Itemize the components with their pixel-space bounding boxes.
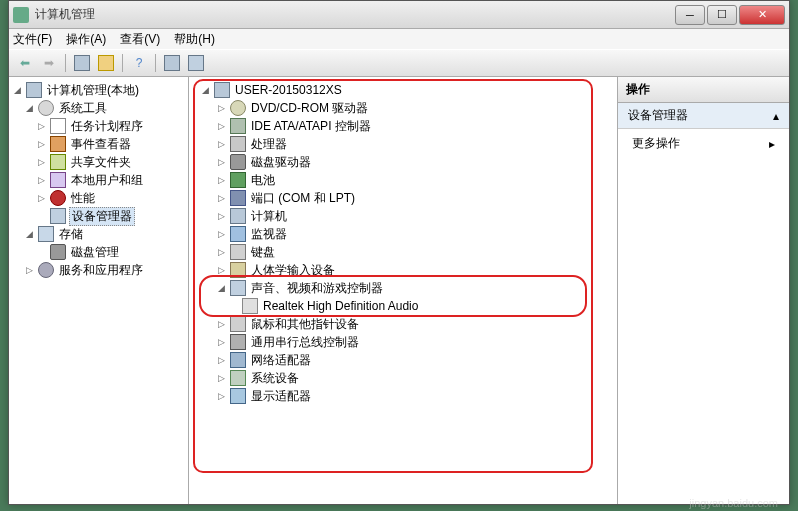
left-tree-panel: ◢ 计算机管理(本地) ◢ 系统工具 ▷ 任务计划程序 ▷ 事件查看器 [9,77,189,504]
dev-system[interactable]: ▷ 系统设备 [191,369,615,387]
speaker-icon [242,298,258,314]
expander-icon[interactable]: ▷ [215,102,227,114]
dev-usb[interactable]: ▷ 通用串行总线控制器 [191,333,615,351]
forward-button[interactable]: ➡ [39,53,59,73]
tree-event-viewer[interactable]: ▷ 事件查看器 [11,135,186,153]
window-title: 计算机管理 [35,6,675,23]
tree-storage[interactable]: ◢ 存储 [11,225,186,243]
expander-icon[interactable]: ▷ [215,210,227,222]
actions-more[interactable]: 更多操作 ▸ [618,129,789,158]
menu-view[interactable]: 查看(V) [120,31,160,48]
tree-local-users[interactable]: ▷ 本地用户和组 [11,171,186,189]
system-icon [230,370,246,386]
tree-shared-folders[interactable]: ▷ 共享文件夹 [11,153,186,171]
tree-task-scheduler[interactable]: ▷ 任务计划程序 [11,117,186,135]
expander-icon[interactable]: ▷ [35,138,47,150]
titlebar: 计算机管理 ─ ☐ ✕ [9,1,789,29]
tree-services[interactable]: ▷ 服务和应用程序 [11,261,186,279]
main-window: 计算机管理 ─ ☐ ✕ 文件(F) 操作(A) 查看(V) 帮助(H) ⬅ ➡ … [8,0,790,505]
actions-header: 操作 [618,77,789,103]
port-icon [230,190,246,206]
tree-device-manager[interactable]: 设备管理器 [11,207,186,225]
expander-icon[interactable]: ▷ [23,264,35,276]
dev-computer[interactable]: ▷ 计算机 [191,207,615,225]
separator [65,54,66,72]
storage-icon [38,226,54,242]
tree-root[interactable]: ◢ 计算机管理(本地) [11,81,186,99]
expander-icon[interactable]: ▷ [215,372,227,384]
expander-icon[interactable]: ▷ [215,228,227,240]
expander-icon[interactable]: ▷ [35,192,47,204]
minimize-button[interactable]: ─ [675,5,705,25]
separator [155,54,156,72]
dev-sound[interactable]: ◢ 声音、视频和游戏控制器 [191,279,615,297]
expander-icon[interactable]: ◢ [23,228,35,240]
expander-icon[interactable]: ▷ [35,120,47,132]
tree-performance[interactable]: ▷ 性能 [11,189,186,207]
battery-icon [230,172,246,188]
device-tree-panel: ◢ USER-20150312XS ▷ DVD/CD-ROM 驱动器 ▷ IDE… [189,77,617,504]
devmgr-icon [50,208,66,224]
menu-help[interactable]: 帮助(H) [174,31,215,48]
performance-icon [50,190,66,206]
scheduler-icon [50,118,66,134]
refresh-button[interactable] [186,53,206,73]
dev-network[interactable]: ▷ 网络适配器 [191,351,615,369]
disk-icon [230,154,246,170]
content-area: ◢ 计算机管理(本地) ◢ 系统工具 ▷ 任务计划程序 ▷ 事件查看器 [9,77,789,504]
dev-dvd[interactable]: ▷ DVD/CD-ROM 驱动器 [191,99,615,117]
expander-icon[interactable]: ◢ [23,102,35,114]
dev-ports[interactable]: ▷ 端口 (COM 和 LPT) [191,189,615,207]
display-icon [230,388,246,404]
computer-icon [214,82,230,98]
expander-icon[interactable]: ▷ [215,138,227,150]
collapse-icon[interactable]: ▴ [773,109,779,123]
dvd-icon [230,100,246,116]
tree-system-tools[interactable]: ◢ 系统工具 [11,99,186,117]
close-button[interactable]: ✕ [739,5,785,25]
show-hide-button[interactable] [72,53,92,73]
expander-icon[interactable]: ▷ [215,156,227,168]
dev-monitor[interactable]: ▷ 监视器 [191,225,615,243]
ide-icon [230,118,246,134]
dev-keyboard[interactable]: ▷ 键盘 [191,243,615,261]
network-icon [230,352,246,368]
dev-mouse[interactable]: ▷ 鼠标和其他指针设备 [191,315,615,333]
dev-hid[interactable]: ▷ 人体学输入设备 [191,261,615,279]
menu-file[interactable]: 文件(F) [13,31,52,48]
tree-disk-mgmt[interactable]: 磁盘管理 [11,243,186,261]
back-button[interactable]: ⬅ [15,53,35,73]
dev-sound-device[interactable]: Realtek High Definition Audio [191,297,615,315]
help-button[interactable]: ? [129,53,149,73]
menu-action[interactable]: 操作(A) [66,31,106,48]
expander-icon[interactable]: ▷ [215,174,227,186]
expander-icon[interactable]: ▷ [215,354,227,366]
expander-icon[interactable]: ▷ [215,192,227,204]
maximize-button[interactable]: ☐ [707,5,737,25]
expander-icon[interactable]: ▷ [215,120,227,132]
scan-button[interactable] [162,53,182,73]
expander-icon[interactable]: ◢ [11,84,23,96]
expander-icon[interactable]: ▷ [215,336,227,348]
properties-button[interactable] [96,53,116,73]
dev-battery[interactable]: ▷ 电池 [191,171,615,189]
actions-section[interactable]: 设备管理器 ▴ [618,103,789,129]
expander-icon[interactable]: ▷ [215,246,227,258]
expander-icon[interactable]: ◢ [199,84,211,96]
expander-icon[interactable]: ▷ [35,174,47,186]
dev-cpu[interactable]: ▷ 处理器 [191,135,615,153]
expander-icon[interactable]: ▷ [215,318,227,330]
dev-disk[interactable]: ▷ 磁盘驱动器 [191,153,615,171]
dev-display[interactable]: ▷ 显示适配器 [191,387,615,405]
menubar: 文件(F) 操作(A) 查看(V) 帮助(H) [9,29,789,49]
share-icon [50,154,66,170]
disk-icon [50,244,66,260]
expander-icon[interactable]: ▷ [215,264,227,276]
dev-root[interactable]: ◢ USER-20150312XS [191,81,615,99]
keyboard-icon [230,244,246,260]
users-icon [50,172,66,188]
expander-icon[interactable]: ◢ [215,282,227,294]
expander-icon[interactable]: ▷ [35,156,47,168]
expander-icon[interactable]: ▷ [215,390,227,402]
dev-ide[interactable]: ▷ IDE ATA/ATAPI 控制器 [191,117,615,135]
